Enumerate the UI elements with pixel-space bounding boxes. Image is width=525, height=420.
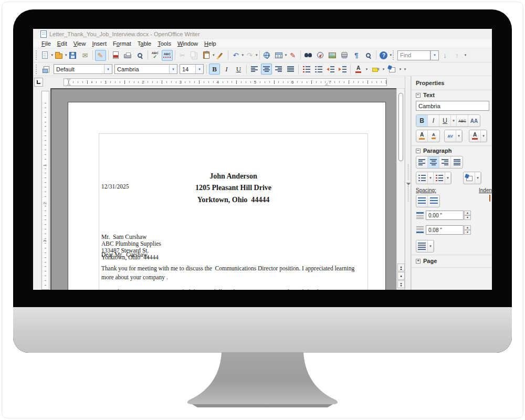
save-button[interactable] [67,50,78,61]
auto-spellcheck-button[interactable]: ABC [162,50,173,61]
align-center-button[interactable] [261,64,272,75]
expand-icon[interactable]: + [416,259,421,264]
sidebar-font-color-button[interactable]: A [469,130,481,142]
sidebar-bullet-list-button[interactable] [416,172,428,184]
undo-dropdown[interactable]: ▾ [242,50,244,61]
underline-dropdown[interactable]: ▾ [451,115,457,127]
menu-item[interactable]: Insert [89,40,110,47]
navigator-button[interactable] [314,50,326,61]
find-history-dropdown[interactable]: ▾ [430,50,439,60]
menu-item[interactable]: Tools [154,40,174,47]
character-spacing-dropdown[interactable]: ▾ [456,130,462,142]
next-page-button[interactable]: ▼▼ [397,280,405,288]
font-color-dropdown[interactable]: ▾ [364,64,369,75]
font-name-combobox[interactable]: Cambria ▾ [114,64,177,74]
find-next-button[interactable]: ↓ [439,50,450,61]
indent-button-clipped[interactable] [489,195,492,206]
font-color-button[interactable]: A [353,64,364,75]
highlighting-button[interactable] [370,64,381,75]
background-color-button[interactable] [386,64,397,75]
find-toolbar-overflow-button[interactable]: ▾ [463,50,468,61]
character-dialog-button[interactable]: AA [468,115,480,127]
line-spacing-button[interactable] [416,240,428,252]
bullet-list-dropdown[interactable]: ▾ [428,172,434,184]
export-pdf-button[interactable] [110,50,121,61]
redo-dropdown[interactable]: ▾ [256,50,258,61]
find-input[interactable] [397,50,430,60]
navigate-by-button[interactable]: ● [397,272,405,280]
font-color-dropdown[interactable]: ▾ [481,130,487,142]
styles-button[interactable] [41,64,52,75]
spin-down-button[interactable]: ▼ [464,215,471,220]
find-previous-button[interactable]: ↑ [452,50,463,61]
character-spacing-button[interactable]: AV [445,130,456,142]
find-toolbar-grip[interactable] [393,50,395,60]
sidebar-align-left-button[interactable] [416,156,428,168]
title-bar[interactable]: Letter_Thank_You_Job_Interview.docx - Op… [33,29,492,39]
page-preview-button[interactable] [134,50,145,61]
numbered-list-button[interactable] [301,64,312,75]
strikethrough-button[interactable]: ABC [457,115,468,127]
previous-page-button[interactable]: ▲▲ [397,264,405,271]
decrease-font-size-button[interactable]: A [428,130,439,142]
sidebar-numbered-list-button[interactable] [434,172,445,184]
align-left-button[interactable] [249,64,260,75]
sidebar-italic-button[interactable]: I [428,115,439,127]
menu-item[interactable]: View [70,40,89,47]
new-document-button[interactable] [39,50,50,61]
spin-up-button[interactable]: ▲ [464,211,471,215]
menu-item[interactable]: Format [110,40,134,47]
collapse-icon[interactable]: − [416,149,421,153]
spin-down-button[interactable]: ▼ [464,230,471,235]
paragraph-section-header[interactable]: − Paragraph [416,148,492,154]
email-button[interactable]: ✉ [79,50,90,61]
sidebar-align-justify-button[interactable] [451,156,463,168]
italic-button[interactable]: I [221,64,232,75]
menu-item[interactable]: Edit [54,40,70,47]
paste-button[interactable] [201,50,212,61]
insert-table-button[interactable] [274,50,285,61]
font-size-combobox[interactable]: 14 ▾ [180,64,204,74]
bullet-list-button[interactable] [313,64,324,75]
sidebar-align-center-button[interactable] [428,156,439,168]
text-section-header[interactable]: − Text [416,92,492,98]
page-section-header[interactable]: + Page [416,258,492,264]
insert-table-dropdown[interactable]: ▾ [285,50,287,61]
open-button[interactable] [54,50,65,61]
data-sources-button[interactable] [339,50,350,61]
help-button[interactable]: ? [378,50,389,61]
menu-item[interactable]: Help [201,40,219,47]
collapse-icon[interactable]: − [416,93,421,98]
increase-font-size-button[interactable]: A [416,130,428,142]
paragraph-background-button[interactable] [464,172,475,184]
show-draw-functions-button[interactable]: ✎ [287,50,298,61]
spacing-above-input[interactable] [426,211,464,220]
sidebar-underline-button[interactable]: U [439,115,451,127]
open-dropdown[interactable]: ▾ [65,50,67,61]
gallery-button[interactable] [327,50,338,61]
indent-spinner-clipped[interactable] [489,226,492,238]
sidebar-splitter[interactable] [405,76,411,290]
increase-paragraph-spacing-button[interactable] [416,195,428,207]
formatting-marks-button[interactable]: ¶ [351,50,362,61]
numbered-list-dropdown[interactable]: ▾ [445,172,451,184]
increase-indent-button[interactable] [337,64,348,75]
menu-item[interactable]: Table [134,40,154,47]
hyperlink-button[interactable] [261,50,272,61]
scrollbar-thumb[interactable] [398,93,403,161]
toolbar-grip[interactable] [36,50,37,60]
first-line-indent-marker[interactable] [67,79,71,81]
align-justify-button[interactable] [285,64,296,75]
print-button[interactable] [122,50,133,61]
toolbar-overflow-button[interactable]: ▾ [403,64,407,75]
zoom-button[interactable] [363,50,374,61]
tab-stop-type-button[interactable] [34,78,43,87]
menu-item[interactable]: File [38,40,54,47]
background-color-dropdown[interactable]: ▾ [398,64,403,75]
highlighting-dropdown[interactable]: ▾ [381,64,386,75]
vertical-scrollbar[interactable]: ▲▲ ● ▼▼ [396,88,405,290]
sidebar-font-name-input[interactable] [416,101,489,111]
document-page[interactable]: John Anderson1205 Pleasant Hill DriveYor… [68,102,386,290]
sidebar-align-right-button[interactable] [439,156,451,168]
align-right-button[interactable] [273,64,284,75]
